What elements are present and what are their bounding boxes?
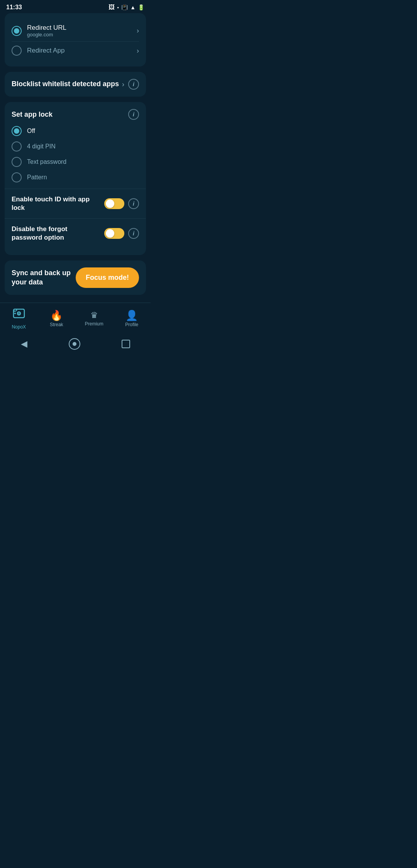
applock-options: Off 4 digit PIN Text password Pattern [12,126,139,189]
touch-id-toggle[interactable] [104,198,124,209]
forgot-pw-toggle[interactable] [104,228,124,239]
applock-pattern-label: Pattern [27,174,47,181]
redirect-url-sub: google.com [27,32,66,37]
wifi-icon: ▲ [130,4,136,10]
forgot-pw-info-icon[interactable]: i [128,228,139,239]
redirect-url-label: Redirect URL [27,24,66,32]
applock-title: Set app lock [12,111,53,119]
focus-mode-button[interactable]: Focus mode! [76,267,139,288]
blocklist-actions: › i [122,79,139,90]
touch-id-label: Enable touch ID with app lock [12,195,104,212]
applock-textpw-radio[interactable] [12,157,22,167]
applock-option-pattern[interactable]: Pattern [12,172,139,182]
redirect-url-text: Redirect URL google.com [27,24,66,37]
redirect-url-chevron: › [137,27,139,35]
applock-off-radio[interactable] [12,126,22,136]
sync-card: Sync and back up your data Focus mode! [5,260,146,295]
system-nav: ◀ [0,333,151,357]
dot-icon: ● [117,6,119,9]
forgot-pw-toggle-right: i [104,228,139,239]
blocklist-title: Blocklist whitelist detected apps [12,80,122,89]
touch-id-info-icon[interactable]: i [128,198,139,209]
redirect-app-radio[interactable] [12,46,22,56]
sync-title: Sync and back up your data [12,269,76,287]
redirect-app-text: Redirect App [27,47,64,54]
bottom-nav: ✕ NopoX 🔥 Streak ♛ Premium 👤 Profile [0,303,151,333]
applock-option-textpw[interactable]: Text password [12,157,139,167]
applock-card: Set app lock i Off 4 digit PIN Text pass… [5,102,146,255]
nav-item-profile[interactable]: 👤 Profile [118,310,145,327]
touch-id-toggle-right: i [104,198,139,209]
nav-label-profile: Profile [125,322,138,327]
applock-info-icon[interactable]: i [128,109,139,120]
applock-pin-radio[interactable] [12,141,22,151]
applock-off-label: Off [27,128,35,134]
streak-icon: 🔥 [50,310,63,320]
forgot-pw-knob [106,229,114,238]
home-button[interactable] [69,338,80,350]
photo-icon: 🖼 [108,4,115,11]
recents-button[interactable] [122,340,130,348]
forgot-pw-toggle-row: Disable the forgot password option i [12,219,139,248]
status-bar: 11:33 🖼 ● 📳 ▲ 🔋 [0,0,151,13]
touch-id-knob [106,199,114,208]
nav-label-streak: Streak [50,322,63,327]
battery-icon: 🔋 [138,4,144,10]
nav-item-nopox[interactable]: ✕ NopoX [5,308,32,330]
redirect-url-item[interactable]: Redirect URL google.com › [12,20,139,41]
nav-label-nopox: NopoX [12,324,26,330]
forgot-pw-label: Disable the forgot password option [12,225,104,242]
applock-header: Set app lock i [12,109,139,126]
nopox-icon: ✕ [13,308,25,323]
applock-textpw-label: Text password [27,158,66,165]
redirect-app-label: Redirect App [27,47,64,54]
redirect-card: Redirect URL google.com › Redirect App › [5,13,146,66]
profile-icon: 👤 [125,310,138,320]
applock-pin-label: 4 digit PIN [27,143,56,150]
nav-item-streak[interactable]: 🔥 Streak [43,310,70,327]
applock-off-radio-inner [14,128,19,134]
blocklist-chevron[interactable]: › [122,80,124,89]
redirect-app-item[interactable]: Redirect App › [12,41,139,60]
radio-inner-active [14,28,19,34]
blocklist-info-icon[interactable]: i [128,79,139,90]
applock-pattern-radio[interactable] [12,172,22,182]
applock-option-off[interactable]: Off [12,126,139,136]
status-icons: 🖼 ● 📳 ▲ 🔋 [108,4,144,11]
touch-id-toggle-row: Enable touch ID with app lock i [12,189,139,218]
nav-item-premium[interactable]: ♛ Premium [81,311,108,327]
blocklist-card[interactable]: Blocklist whitelist detected apps › i [5,72,146,97]
back-button[interactable]: ◀ [21,339,27,349]
premium-icon: ♛ [90,311,98,320]
svg-text:✕: ✕ [17,312,20,316]
applock-option-pin[interactable]: 4 digit PIN [12,141,139,151]
nav-label-premium: Premium [85,321,103,327]
svg-point-3 [14,313,16,314]
main-content: Redirect URL google.com › Redirect App ›… [0,13,151,303]
redirect-url-radio[interactable] [12,26,22,36]
status-time: 11:33 [6,4,22,11]
redirect-app-chevron: › [137,47,139,55]
vibrate-icon: 📳 [121,4,128,10]
